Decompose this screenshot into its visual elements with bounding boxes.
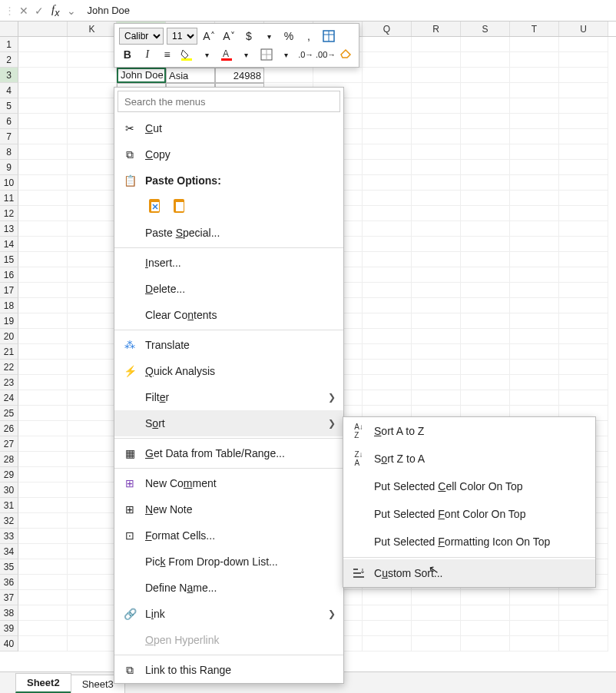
- cell[interactable]: [363, 283, 412, 298]
- cell[interactable]: [412, 237, 461, 252]
- increase-font-icon[interactable]: A˄: [200, 28, 217, 45]
- menu-quick-analysis[interactable]: ⚡ Quick Analysis: [114, 358, 343, 384]
- cell[interactable]: [559, 313, 608, 329]
- comma-icon[interactable]: ,: [300, 28, 317, 45]
- cell[interactable]: [363, 636, 412, 652]
- row-header[interactable]: 22: [0, 360, 18, 375]
- cell[interactable]: [68, 605, 117, 621]
- cell[interactable]: [18, 191, 68, 206]
- menu-filter[interactable]: Filter ❯: [114, 384, 343, 410]
- cell[interactable]: [412, 52, 461, 68]
- percent-icon[interactable]: %: [280, 28, 297, 45]
- cell[interactable]: [510, 160, 559, 175]
- cell[interactable]: [68, 375, 117, 390]
- cell[interactable]: [363, 605, 412, 621]
- cell[interactable]: [559, 329, 608, 344]
- cell[interactable]: [510, 175, 559, 191]
- cell[interactable]: [559, 175, 608, 191]
- cell[interactable]: [461, 52, 510, 68]
- menu-insert[interactable]: Insert...: [114, 250, 343, 276]
- cell[interactable]: [461, 636, 510, 652]
- cell[interactable]: [461, 221, 510, 237]
- cell[interactable]: [363, 83, 412, 98]
- cell[interactable]: [68, 329, 117, 344]
- cell[interactable]: [68, 144, 117, 160]
- cell[interactable]: [461, 283, 510, 298]
- row-header[interactable]: 2: [0, 52, 18, 68]
- cell[interactable]: [363, 114, 412, 129]
- menu-sort[interactable]: Sort ❯: [114, 410, 343, 436]
- font-color-icon[interactable]: A: [218, 46, 235, 63]
- menu-search[interactable]: [118, 91, 340, 112]
- cell[interactable]: [559, 144, 608, 160]
- cell[interactable]: [68, 52, 117, 68]
- row-header[interactable]: 32: [0, 513, 18, 529]
- cell[interactable]: [412, 344, 461, 360]
- cell[interactable]: [461, 83, 510, 98]
- cell[interactable]: [461, 237, 510, 252]
- cell[interactable]: [412, 267, 461, 283]
- cell[interactable]: [68, 344, 117, 360]
- cell[interactable]: [559, 206, 608, 221]
- cell[interactable]: Asia: [166, 68, 215, 83]
- cell[interactable]: [412, 221, 461, 237]
- row-header[interactable]: 5: [0, 98, 18, 114]
- cell[interactable]: [68, 68, 117, 83]
- cell[interactable]: [363, 191, 412, 206]
- cell[interactable]: [559, 37, 608, 52]
- cell[interactable]: [18, 344, 68, 360]
- paste-option-icon[interactable]: [147, 197, 164, 217]
- cell[interactable]: [559, 636, 608, 652]
- row-header[interactable]: 29: [0, 467, 18, 482]
- cell[interactable]: [559, 590, 608, 605]
- menu-link-range[interactable]: ⧉ Link to this Range: [114, 657, 343, 683]
- cell[interactable]: [68, 513, 117, 529]
- bold-icon[interactable]: B: [119, 46, 136, 63]
- select-all-corner[interactable]: [0, 22, 18, 36]
- dropdown-icon[interactable]: ▾: [278, 46, 295, 63]
- cell[interactable]: [412, 114, 461, 129]
- cell[interactable]: [461, 144, 510, 160]
- cell[interactable]: [510, 114, 559, 129]
- row-header[interactable]: 40: [0, 636, 18, 652]
- font-size-select[interactable]: 11: [167, 28, 197, 45]
- cell[interactable]: [510, 344, 559, 360]
- cell[interactable]: [68, 221, 117, 237]
- cell[interactable]: [559, 160, 608, 175]
- cell[interactable]: [510, 191, 559, 206]
- row-header[interactable]: 34: [0, 544, 18, 559]
- cell[interactable]: [68, 360, 117, 375]
- cell[interactable]: [510, 129, 559, 144]
- cell[interactable]: [559, 83, 608, 98]
- col-header[interactable]: [18, 22, 68, 36]
- cell[interactable]: [68, 37, 117, 52]
- cell-selected[interactable]: John Doe: [117, 68, 166, 83]
- cell[interactable]: [412, 360, 461, 375]
- cell[interactable]: [68, 590, 117, 605]
- row-header[interactable]: 20: [0, 329, 18, 344]
- col-header[interactable]: Q: [363, 22, 412, 36]
- cell[interactable]: [461, 590, 510, 605]
- cell[interactable]: [18, 237, 68, 252]
- cell[interactable]: [461, 191, 510, 206]
- cell[interactable]: [363, 221, 412, 237]
- cell[interactable]: [510, 144, 559, 160]
- row-header[interactable]: 18: [0, 298, 18, 313]
- submenu-sort-az[interactable]: A↓Z Sort A to Z: [343, 417, 595, 445]
- cell[interactable]: [18, 129, 68, 144]
- cell[interactable]: [363, 329, 412, 344]
- cell[interactable]: [363, 590, 412, 605]
- cell[interactable]: [68, 98, 117, 114]
- decrease-font-icon[interactable]: A˅: [220, 28, 237, 45]
- font-select[interactable]: Calibri: [119, 28, 164, 45]
- cell[interactable]: [510, 68, 559, 83]
- row-header[interactable]: 15: [0, 252, 18, 267]
- cell[interactable]: [18, 467, 68, 482]
- submenu-cell-color[interactable]: Put Selected Cell Color On Top: [343, 472, 595, 500]
- row-header[interactable]: 24: [0, 390, 18, 406]
- cell[interactable]: [68, 559, 117, 575]
- cell[interactable]: [559, 298, 608, 313]
- cell[interactable]: [18, 144, 68, 160]
- cell[interactable]: [559, 283, 608, 298]
- col-header[interactable]: S: [461, 22, 510, 36]
